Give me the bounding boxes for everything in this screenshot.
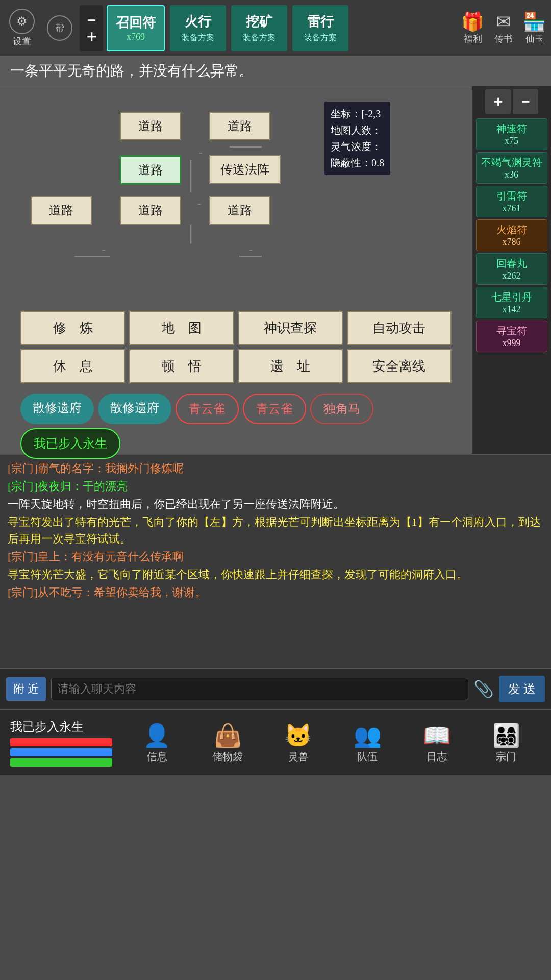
right-sidebar: ＋ － 神速符 x75 不竭气渊灵符 x36 引雷符 x761 火焰符 x786… [472,86,551,454]
entity-btn-5[interactable]: 我已步入永生 [20,428,120,459]
action-map[interactable]: 地 图 [129,311,234,345]
main-area: - - - 道路 道路 - 道路 传送法阵 [0,86,551,454]
chat-line-6: [宗门]从不吃亏：希望你卖给我，谢谢。 [8,584,543,601]
sidebar-item-1[interactable]: 不竭气渊灵符 x36 [476,152,547,184]
zoom-minus-icon[interactable]: － [84,12,99,28]
coords-box: 坐标：[-2,3 地图人数： 灵气浓度： 隐蔽性：0.8 [324,102,390,175]
sidebar-item-5[interactable]: 七星引丹 x142 [476,287,547,318]
sidebar-plus-btn[interactable]: ＋ [485,89,511,114]
action-cultivate[interactable]: 修 炼 [20,311,125,345]
bottom-nav: 我已步入永生 👤 信息 👜 储物袋 🐱 灵兽 👥 队伍 📖 日志 👨‍👩‍👧‍👦… [0,709,551,775]
chat-input-area: 附 近 📎 发 送 [0,668,551,709]
node-map: - - - 道路 道路 - 道路 传送法阵 [10,96,462,301]
mp-bar [10,748,112,756]
toolbar-left: ⚙ 设置 帮 － ＋ 召回符 x769 火行 装备方案 挖矿 装备方案 雷行 装… [0,5,354,51]
map-node-3[interactable]: 道路 [120,155,181,185]
sidebar-item-4[interactable]: 回春丸 x262 [476,253,547,285]
sidebar-item-3[interactable]: 火焰符 x786 [476,219,547,251]
zoom-control[interactable]: － ＋ [80,5,103,51]
chat-line-3: 寻宝符发出了特有的光芒，飞向了你的【左】方，根据光芒可判断出坐标距离为【1】有一… [8,513,543,547]
settings-button[interactable]: ⚙ 设置 [4,9,40,47]
svg-text:-: - [102,243,106,256]
toolbar-right: 🎁 福利 ✉ 传书 🏪 仙玉 [461,11,551,45]
nav-icons: 👤 信息 👜 储物袋 🐱 灵兽 👥 队伍 📖 日志 👨‍👩‍👧‍👦 宗门 [122,722,541,764]
chat-send-button[interactable]: 发 送 [499,676,545,702]
nav-log[interactable]: 📖 日志 [423,722,451,764]
chat-area: [宗门]霸气的名字：我搁外门修炼呢 [宗门]夜夜归：干的漂亮 一阵天旋地转，时空… [0,454,551,668]
player-info: 我已步入永生 [10,719,122,767]
nav-pet[interactable]: 🐱 灵兽 [284,722,312,764]
tab-fire[interactable]: 火行 装备方案 [170,5,226,51]
chat-text-input[interactable] [51,678,469,700]
chat-attach-button[interactable]: 📎 [473,679,494,699]
toolbar: ⚙ 设置 帮 － ＋ 召回符 x769 火行 装备方案 挖矿 装备方案 雷行 装… [0,0,551,56]
action-ruins[interactable]: 遗 址 [238,349,343,383]
action-spirit-scout[interactable]: 神识查探 [238,311,343,345]
exp-bar [10,758,112,767]
map-node-4[interactable]: 传送法阵 [209,155,281,184]
action-buttons: 修 炼 地 图 神识查探 自动攻击 休 息 顿 悟 遗 址 安全离线 [10,306,462,388]
chat-line-2: 一阵天旋地转，时空扭曲后，你已经出现在了另一座传送法阵附近。 [8,496,543,512]
sidebar-minus-btn[interactable]: － [513,89,538,114]
action-enlighten[interactable]: 顿 悟 [129,349,234,383]
entity-btn-4[interactable]: 独角马 [310,394,373,424]
nav-inventory[interactable]: 👜 储物袋 [212,722,243,764]
action-auto-attack[interactable]: 自动攻击 [347,311,452,345]
nav-sect[interactable]: 👨‍👩‍👧‍👦 宗门 [492,722,520,764]
hp-bar [10,738,112,746]
map-node-5[interactable]: 道路 [31,196,92,225]
map-container: - - - 道路 道路 - 道路 传送法阵 [0,86,472,454]
entity-btn-3[interactable]: 青云雀 [243,394,306,424]
tab-recall[interactable]: 召回符 x769 [107,5,165,51]
sidebar-item-2[interactable]: 引雷符 x761 [476,186,547,217]
entity-btn-0[interactable]: 散修遗府 [20,394,94,424]
svg-text:-: - [249,243,253,256]
entity-btn-1[interactable]: 散修遗府 [98,394,171,424]
shop-button[interactable]: 🏪 仙玉 [523,11,546,45]
zoom-plus-icon[interactable]: ＋ [84,29,99,44]
welfare-button[interactable]: 🎁 福利 [461,11,484,45]
chat-line-4: [宗门]皇上：有没有元音什么传承啊 [8,548,543,565]
nav-party[interactable]: 👥 队伍 [354,722,382,764]
sidebar-zoom-controls: ＋ － [485,89,538,114]
map-description: 一条平平无奇的路，并没有什么异常。 [0,56,551,86]
map-node-2[interactable]: 道路 [209,112,270,140]
help-button[interactable]: 帮 [42,15,78,41]
entity-btn-2[interactable]: 青云雀 [176,394,239,424]
map-node-6[interactable]: 道路 [120,196,181,225]
chat-nearby-button[interactable]: 附 近 [6,677,46,701]
nav-info[interactable]: 👤 信息 [143,722,171,764]
entity-buttons: 散修遗府 散修遗府 青云雀 青云雀 独角马 我已步入永生 [10,388,462,464]
tab-mine[interactable]: 挖矿 装备方案 [231,5,287,51]
tab-thunder[interactable]: 雷行 装备方案 [292,5,348,51]
mail-button[interactable]: ✉ 传书 [494,11,513,45]
chat-line-1: [宗门]夜夜归：干的漂亮 [8,478,543,495]
map-node-7[interactable]: 道路 [209,196,270,225]
action-safe-logout[interactable]: 安全离线 [347,349,452,383]
map-node-1[interactable]: 道路 [120,112,181,140]
sidebar-item-6[interactable]: 寻宝符 x999 [476,321,547,352]
chat-line-5: 寻宝符光芒大盛，它飞向了附近某个区域，你快速跟上并仔细查探，发现了可能的洞府入口… [8,566,543,583]
action-rest[interactable]: 休 息 [20,349,125,383]
player-name: 我已步入永生 [10,719,122,735]
sidebar-item-0[interactable]: 神速符 x75 [476,118,547,150]
